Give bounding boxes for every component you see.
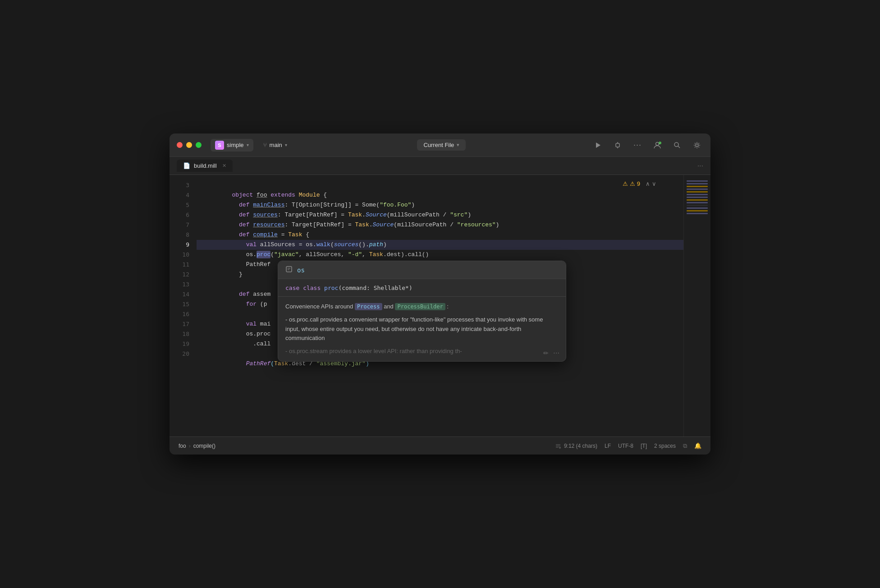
line-num-6: 6 [170,210,197,220]
warning-prev-button[interactable]: ∧ [646,180,650,187]
autocomplete-doc: Convenience APIs around Process and Proc… [278,297,566,361]
edit-doc-button[interactable]: ✏ [543,349,549,357]
line-numbers: 3 4 5 6 7 8 9 10 11 12 13 14 15 16 17 18… [170,175,197,436]
line-num-19: 19 [170,339,197,349]
minimap-lines [684,175,710,221]
main-window: S simple ▾ ⑂ main ▾ Current File ▾ ··· + [170,133,710,455]
maximize-button[interactable] [196,142,202,148]
tab-close-button[interactable]: ✕ [222,163,226,169]
doc-intro-text: Convenience APIs around Process and Proc… [285,302,559,312]
copy-icon[interactable]: ⧉ [683,442,687,450]
account-button[interactable]: + [651,139,664,152]
tabbar: 📄 build.mill ✕ ··· [170,157,710,175]
branch-chevron-icon: ▾ [285,142,287,147]
minimap-line [687,197,708,198]
line-ending[interactable]: LF [605,443,611,449]
svg-line-8 [678,146,680,148]
cursor-position: 9:12 (4 chars) [555,443,597,449]
autocomplete-signature: case class proc(command: Shellable*) [278,279,566,297]
autocomplete-popup: os case class proc(command: Shellable*) … [278,261,566,362]
traffic-lights [177,142,202,148]
current-file-label: Current File [423,142,454,148]
line-num-10: 10 [170,250,197,260]
minimap-line [687,205,708,206]
current-file-chevron-icon: ▾ [457,142,459,148]
module-icon [285,266,293,274]
branch-selector[interactable]: ⑂ main ▾ [259,140,292,150]
warning-count: ⚠ 9 [630,180,640,187]
bell-icon[interactable]: 🔔 [694,442,701,449]
titlebar-actions: ··· + [591,139,703,152]
minimap-line [687,207,708,209]
code-line-3[interactable]: object foo extends Module { [197,180,683,190]
line-num-17: 17 [170,319,197,329]
doc-actions: ✏ ⋯ [543,349,559,357]
close-button[interactable] [177,142,183,148]
minimap [683,175,710,436]
branch-icon: ⑂ [263,142,267,148]
more-options-button[interactable]: ··· [631,139,644,152]
current-file-button[interactable]: Current File ▾ [417,139,466,151]
minimap-line [687,191,708,193]
suggestion-name: os [297,266,305,274]
svg-point-7 [674,142,678,147]
minimap-line [687,210,708,211]
line-num-16: 16 [170,309,197,319]
line-num-3: 3 [170,180,197,190]
statusbar-right: 9:12 (4 chars) LF UTF-8 [T] 2 spaces ⧉ 🔔 [555,442,701,450]
line-num-15: 15 [170,299,197,309]
indent-size[interactable]: 2 spaces [654,443,676,449]
branch-name: main [270,142,282,148]
project-name: simple [227,142,244,148]
svg-rect-1 [616,143,619,147]
minimap-line [687,183,708,184]
line-num-11: 11 [170,260,197,270]
tab-label: build.mill [194,162,217,169]
minimize-button[interactable] [186,142,192,148]
minimap-line [687,199,708,201]
process-link[interactable]: Process [355,303,382,310]
svg-rect-10 [286,266,292,272]
settings-button[interactable] [691,139,703,152]
minimap-line [687,186,708,187]
encoding[interactable]: UTF-8 [618,443,633,449]
line-num-18: 18 [170,329,197,339]
doc-body-text: - os.proc.call provides a convenient wra… [285,315,559,343]
breadcrumb-child: compile() [193,443,215,449]
code-area[interactable]: ⚠ ⚠ 9 ∧ ∨ object foo extends Module { de… [197,175,683,436]
more-doc-button[interactable]: ⋯ [553,349,559,357]
autocomplete-suggestion[interactable]: os [278,261,566,279]
tab-build-mill[interactable]: 📄 build.mill ✕ [177,160,233,172]
minimap-line [687,213,708,214]
run-button[interactable] [591,139,604,152]
processbuilder-link[interactable]: ProcessBuilder [395,303,445,310]
debug-button[interactable] [611,139,624,152]
statusbar: foo › compile() 9:12 (4 chars) LF UTF-8 … [170,436,710,455]
line-num-12: 12 [170,270,197,280]
svg-marker-0 [596,142,600,148]
doc-fade-text: - os.proc.stream provides a lower level … [285,347,559,356]
signature-text: case class proc(command: Shellable*) [285,285,412,291]
breadcrumb-root: foo [179,443,186,449]
minimap-line [687,188,708,190]
project-chevron-icon: ▾ [247,142,249,147]
tab-file-icon: 📄 [183,162,190,169]
search-button[interactable] [671,139,683,152]
warning-nav: ∧ ∨ [646,180,656,187]
svg-point-4 [656,142,659,145]
line-num-14: 14 [170,289,197,299]
warning-next-button[interactable]: ∨ [652,180,656,187]
line-num-9: 9 [170,240,197,250]
minimap-line [687,194,708,195]
minimap-line [687,202,708,203]
warning-icon: ⚠ [623,180,628,187]
indent-type[interactable]: [T] [641,443,647,449]
editor: 3 4 5 6 7 8 9 10 11 12 13 14 15 16 17 18… [170,175,710,436]
line-num-8: 8 [170,230,197,240]
svg-point-9 [696,144,698,147]
project-selector[interactable]: S simple ▾ [211,139,253,152]
titlebar: S simple ▾ ⑂ main ▾ Current File ▾ ··· + [170,133,710,157]
tab-more-button[interactable]: ··· [697,162,703,170]
breadcrumb: foo › compile() [179,443,215,449]
line-num-13: 13 [170,280,197,289]
